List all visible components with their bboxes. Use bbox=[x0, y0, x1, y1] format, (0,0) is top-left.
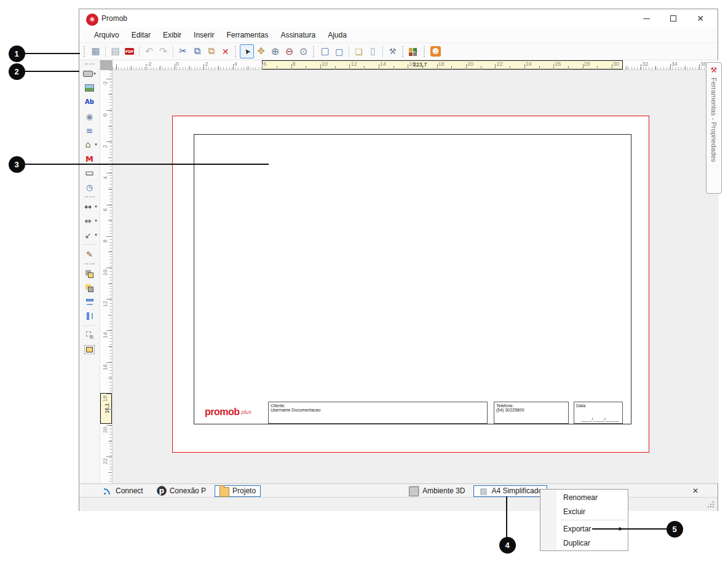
bring-front-button[interactable] bbox=[81, 267, 99, 280]
list-tool-button[interactable]: ≡ bbox=[81, 124, 99, 137]
save-button[interactable]: ▦ bbox=[89, 44, 103, 58]
menu-item-inserir[interactable]: Inserir bbox=[188, 29, 220, 41]
menu-item-editar[interactable]: Editar bbox=[125, 29, 157, 41]
pan-icon: ✥ bbox=[255, 46, 267, 58]
window-title: Promob bbox=[101, 14, 127, 23]
ruler-number: 28 bbox=[584, 61, 590, 67]
context-menu-item-duplicar[interactable]: Duplicar bbox=[540, 536, 628, 550]
ungroup-button[interactable] bbox=[81, 343, 99, 356]
ruler-tick bbox=[160, 66, 160, 70]
separator bbox=[424, 46, 426, 57]
layout-canvas[interactable]: promob plus Cliente: Username Documentac… bbox=[113, 70, 719, 483]
text-tool-button[interactable]: Ab bbox=[81, 95, 99, 109]
close-button[interactable]: ✕ bbox=[687, 9, 714, 28]
send-back-icon bbox=[88, 287, 93, 292]
blank-sheet-button[interactable]: ▯ bbox=[366, 44, 380, 58]
home-tool-button[interactable]: ⌂▾ bbox=[81, 138, 99, 151]
tab-projeto[interactable]: Projeto bbox=[215, 485, 261, 497]
ruler-tick bbox=[466, 64, 467, 70]
dropdown-caret-icon[interactable]: ▾ bbox=[93, 71, 96, 76]
user-button[interactable]: ☻ bbox=[429, 44, 443, 58]
dim-linear-button[interactable]: ↔▾ bbox=[81, 200, 99, 213]
dropdown-caret-icon[interactable]: ▾ bbox=[95, 218, 97, 223]
align-h-button[interactable] bbox=[81, 295, 99, 309]
context-menu-item-renomear[interactable]: Renomear bbox=[540, 490, 628, 504]
ruler-number: 12 bbox=[102, 299, 108, 309]
ruler-number: 6 bbox=[102, 205, 108, 215]
group-button[interactable] bbox=[81, 328, 99, 342]
ruler-tick bbox=[108, 94, 112, 95]
maximize-button[interactable] bbox=[660, 9, 687, 28]
separator bbox=[349, 46, 349, 57]
paste-button[interactable]: ⧉ bbox=[204, 44, 218, 58]
ruler-tick bbox=[612, 64, 612, 70]
zoom-out-button[interactable]: ⊖ bbox=[282, 44, 296, 58]
ruler-tick bbox=[108, 409, 112, 410]
group-icon bbox=[86, 332, 91, 336]
delete-button[interactable]: ✕ bbox=[218, 44, 232, 58]
tab-conexao-p[interactable]: pConexão P bbox=[152, 485, 211, 497]
rectangle-tool-button[interactable]: ▾ bbox=[81, 67, 99, 81]
separator bbox=[85, 263, 95, 264]
colors-button[interactable]: ▾ bbox=[407, 44, 421, 58]
dim-aligned-button[interactable]: ⇔▾ bbox=[81, 214, 99, 228]
tab-strip-close-icon[interactable]: ✕ bbox=[690, 486, 700, 496]
copy-button[interactable]: ⧉ bbox=[190, 44, 204, 58]
selection-rect-button[interactable]: ▢ bbox=[318, 44, 332, 58]
resize-grip[interactable] bbox=[713, 506, 714, 507]
cut-button[interactable]: ✂ bbox=[176, 44, 190, 58]
separator bbox=[82, 244, 97, 245]
print-button[interactable]: ▤ bbox=[108, 44, 122, 58]
tab-conexao-p-label: Conexão P bbox=[170, 487, 206, 495]
tab-ambiente-3d[interactable]: Ambiente 3D bbox=[405, 485, 470, 497]
dropdown-caret-icon[interactable]: ▾ bbox=[95, 204, 97, 209]
ruler-tick bbox=[189, 66, 190, 70]
selection-rounded-button[interactable]: ▢ bbox=[332, 44, 346, 58]
undo-button[interactable]: ↶ bbox=[142, 44, 156, 58]
right-tab-label: Ferramentas - Propriedades bbox=[710, 77, 718, 162]
leader-tool-button[interactable]: ↙▾ bbox=[81, 228, 99, 242]
zoom-window-button[interactable]: ⊙ bbox=[296, 44, 311, 58]
drawing-tools-sidebar: ▾Ab◉≡⌂▾M▭◷↔▾⇔▾↙▾✎ bbox=[79, 60, 100, 483]
export-pdf-button[interactable]: PDF bbox=[122, 44, 136, 58]
callout-3-line bbox=[25, 164, 269, 165]
ruler-tick bbox=[495, 64, 496, 70]
context-menu-separator bbox=[559, 520, 627, 520]
tab-ferramentas-propriedades[interactable]: ⚒ Ferramentas - Propriedades bbox=[706, 62, 722, 194]
horizontal-ruler: -2024681012141618202224262830323436223,7 bbox=[113, 60, 719, 70]
menu-item-exibir[interactable]: Exibir bbox=[157, 29, 188, 41]
zoom-dynamic-button[interactable]: ⊕ bbox=[268, 44, 282, 58]
menu-item-arquivo[interactable]: Arquivo bbox=[88, 29, 125, 41]
align-v-button[interactable] bbox=[81, 309, 99, 323]
align-h-icon bbox=[86, 299, 93, 301]
dim-shape-button[interactable]: ▭ bbox=[81, 166, 99, 180]
context-menu-item-excluir[interactable]: Excluir bbox=[540, 504, 628, 518]
image-tool-button[interactable] bbox=[81, 81, 99, 95]
dim-edit-button[interactable]: ✎ bbox=[81, 247, 99, 261]
cliente-label: Cliente: bbox=[271, 403, 485, 408]
report-tool-button[interactable]: ◷ bbox=[81, 180, 99, 194]
ruler-tick bbox=[583, 64, 584, 70]
new-sheet-button[interactable]: ❏ bbox=[352, 44, 366, 58]
tab-a4-simplificado[interactable]: ▤A4 Simplificado bbox=[473, 485, 547, 497]
context-menu: RenomearExcluirExportar▶Duplicar bbox=[540, 489, 628, 551]
tab-connect[interactable]: Connect bbox=[98, 485, 148, 497]
ruler-tick bbox=[568, 66, 569, 70]
screenshot-root: ❋ Promob ✕ ArquivoEditarExibirInserirFer… bbox=[0, 0, 728, 564]
dropdown-caret-icon[interactable]: ▾ bbox=[415, 49, 417, 54]
menu-item-ajuda[interactable]: Ajuda bbox=[322, 29, 353, 41]
select-cursor-button[interactable]: ➤ bbox=[240, 44, 254, 58]
align-v-icon bbox=[87, 312, 89, 320]
dropdown-caret-icon[interactable]: ▾ bbox=[95, 232, 97, 237]
minimize-button[interactable] bbox=[633, 9, 660, 28]
send-back-button[interactable] bbox=[81, 281, 99, 295]
dropdown-caret-icon[interactable]: ▾ bbox=[95, 142, 97, 147]
stamp-tool-button[interactable]: ◉ bbox=[81, 109, 99, 123]
pin-button[interactable]: ⚒ bbox=[386, 44, 400, 58]
separator bbox=[84, 46, 86, 57]
pan-button[interactable]: ✥ bbox=[254, 44, 268, 58]
menu-item-ferramentas[interactable]: Ferramentas bbox=[220, 29, 274, 41]
menu-item-assinatura[interactable]: Assinatura bbox=[274, 29, 322, 41]
ruler-tick bbox=[108, 157, 112, 158]
redo-button[interactable]: ↷ bbox=[156, 44, 170, 58]
